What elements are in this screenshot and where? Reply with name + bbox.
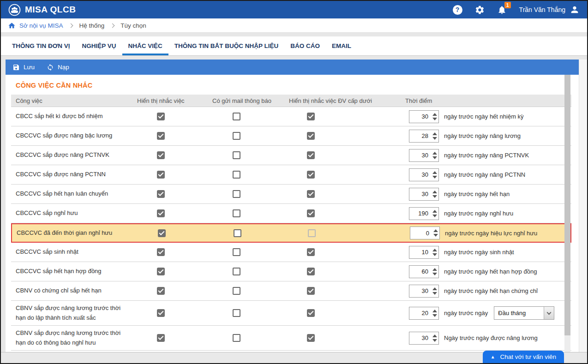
gear-icon[interactable] <box>475 5 485 15</box>
spin-up-button[interactable] <box>433 229 438 232</box>
load-button[interactable]: Nạp <box>47 64 69 71</box>
spin-up-button[interactable] <box>432 210 437 213</box>
spin-down-button[interactable] <box>432 137 437 140</box>
tab-email[interactable]: EMAIL <box>326 36 357 55</box>
show-sub-unit-checkbox[interactable] <box>307 132 315 140</box>
spin-down-button[interactable] <box>432 292 437 295</box>
show-sub-unit-checkbox[interactable] <box>307 190 315 198</box>
breadcrumb-link-root[interactable]: Sở nội vụ MISA <box>19 22 63 29</box>
chat-button[interactable]: ▲ Chat với tư vấn viên <box>483 351 564 363</box>
days-before-input[interactable]: 30 <box>409 149 439 162</box>
days-before-input[interactable]: 60 <box>409 265 439 278</box>
show-reminder-checkbox[interactable] <box>157 334 165 342</box>
days-before-input[interactable]: 28 <box>409 130 439 143</box>
send-mail-checkbox[interactable] <box>234 229 241 237</box>
spin-up-button[interactable] <box>432 310 437 312</box>
send-mail-checkbox[interactable] <box>233 190 240 198</box>
days-before-input[interactable]: 30 <box>409 332 439 345</box>
show-reminder-checkbox[interactable] <box>157 268 165 275</box>
table-row: CBCCVC sắp hết hạn luân chuyển30ngày trư… <box>11 185 571 204</box>
task-label: CBCCVC sắp hết hạn luân chuyển <box>11 187 137 201</box>
show-reminder-checkbox[interactable] <box>158 229 166 237</box>
notification-bell[interactable]: 1 <box>497 5 507 15</box>
show-reminder-checkbox[interactable] <box>157 248 165 256</box>
send-mail-checkbox[interactable] <box>233 334 240 342</box>
spin-up-button[interactable] <box>432 132 437 135</box>
show-sub-unit-checkbox[interactable] <box>307 248 315 256</box>
show-reminder-checkbox[interactable] <box>157 209 165 217</box>
spin-down-button[interactable] <box>432 195 437 198</box>
send-mail-checkbox[interactable] <box>233 209 240 217</box>
show-reminder-checkbox[interactable] <box>157 151 165 159</box>
show-reminder-checkbox[interactable] <box>157 171 165 179</box>
save-button[interactable]: Lưu <box>12 64 35 71</box>
days-before-input[interactable]: 10 <box>409 246 439 259</box>
show-reminder-checkbox[interactable] <box>157 113 165 120</box>
spin-up-button[interactable] <box>432 113 437 116</box>
spin-up-button[interactable] <box>432 249 437 251</box>
tab-nhac-viec[interactable]: NHẮC VIỆC <box>122 36 168 55</box>
spin-down-button[interactable] <box>432 253 437 256</box>
spin-down-button[interactable] <box>432 215 437 217</box>
show-sub-unit-checkbox[interactable] <box>307 334 315 342</box>
send-mail-checkbox[interactable] <box>233 309 240 317</box>
tab-thong-tin-don-vi[interactable]: THÔNG TIN ĐƠN VỊ <box>6 36 76 55</box>
send-mail-checkbox[interactable] <box>233 268 240 275</box>
show-sub-unit-checkbox[interactable] <box>307 151 315 159</box>
days-before-input[interactable]: 30 <box>409 110 439 123</box>
help-icon[interactable]: ? <box>453 5 462 15</box>
send-mail-checkbox[interactable] <box>233 248 240 256</box>
send-mail-checkbox[interactable] <box>233 113 240 120</box>
show-sub-unit-checkbox[interactable] <box>307 309 315 317</box>
days-before-input[interactable]: 30 <box>409 188 439 201</box>
tab-bao-cao[interactable]: BÁO CÁO <box>284 36 326 55</box>
send-mail-checkbox[interactable] <box>233 171 240 179</box>
show-sub-unit-checkbox <box>308 229 316 237</box>
vertical-scrollbar[interactable] <box>564 75 570 364</box>
col-header-show-sub-unit: Hiển thị nhắc việc ĐV cấp dưới <box>289 97 405 104</box>
show-sub-unit-checkbox[interactable] <box>307 209 315 217</box>
spin-up-button[interactable] <box>432 287 437 290</box>
show-reminder-checkbox[interactable] <box>157 132 165 140</box>
spin-up-button[interactable] <box>432 191 437 193</box>
app-logo: MISA QLCB <box>8 4 76 16</box>
show-reminder-checkbox[interactable] <box>157 309 165 317</box>
notification-badge: 1 <box>504 2 511 9</box>
period-dropdown[interactable]: Đầu tháng <box>494 306 554 320</box>
spin-up-button[interactable] <box>432 268 437 271</box>
send-mail-checkbox[interactable] <box>233 287 240 295</box>
spin-down-button[interactable] <box>432 273 437 275</box>
show-sub-unit-checkbox[interactable] <box>307 171 315 179</box>
days-before-input[interactable]: 20 <box>409 307 439 320</box>
user-menu[interactable]: Trần Văn Thắng <box>519 5 580 15</box>
tab-thong-tin-bat-buoc-nhap-lieu[interactable]: THÔNG TIN BẮT BUỘC NHẬP LIỆU <box>168 36 285 55</box>
days-before-input[interactable]: 30 <box>409 168 439 181</box>
days-before-input[interactable]: 30 <box>409 285 439 298</box>
spin-down-button[interactable] <box>432 314 437 317</box>
days-before-value: 30 <box>409 287 431 294</box>
show-sub-unit-checkbox[interactable] <box>307 113 315 120</box>
spin-up-button[interactable] <box>432 171 437 174</box>
show-reminder-checkbox[interactable] <box>157 190 165 198</box>
days-before-input[interactable]: 190 <box>409 207 439 220</box>
show-sub-unit-checkbox[interactable] <box>307 287 315 295</box>
days-before-input[interactable]: 0 <box>410 227 440 239</box>
scrollbar-thumb[interactable] <box>564 75 570 335</box>
breadcrumb-item-system[interactable]: Hệ thống <box>79 22 104 29</box>
send-mail-checkbox[interactable] <box>233 151 240 159</box>
spin-down-button[interactable] <box>433 234 438 237</box>
spin-down-button[interactable] <box>432 118 437 120</box>
show-sub-unit-checkbox[interactable] <box>307 268 315 275</box>
spin-down-button[interactable] <box>432 339 437 342</box>
spin-up-button[interactable] <box>432 334 437 337</box>
spin-down-button[interactable] <box>432 156 437 159</box>
load-button-label: Nạp <box>58 64 69 71</box>
home-icon[interactable] <box>8 22 16 30</box>
dropdown-button[interactable] <box>544 307 554 319</box>
spin-down-button[interactable] <box>432 176 437 179</box>
spin-up-button[interactable] <box>432 152 437 155</box>
tab-nghiep-vu[interactable]: NGHIỆP VỤ <box>76 36 122 55</box>
user-icon <box>570 5 580 15</box>
send-mail-checkbox[interactable] <box>233 132 240 140</box>
show-reminder-checkbox[interactable] <box>157 287 165 295</box>
